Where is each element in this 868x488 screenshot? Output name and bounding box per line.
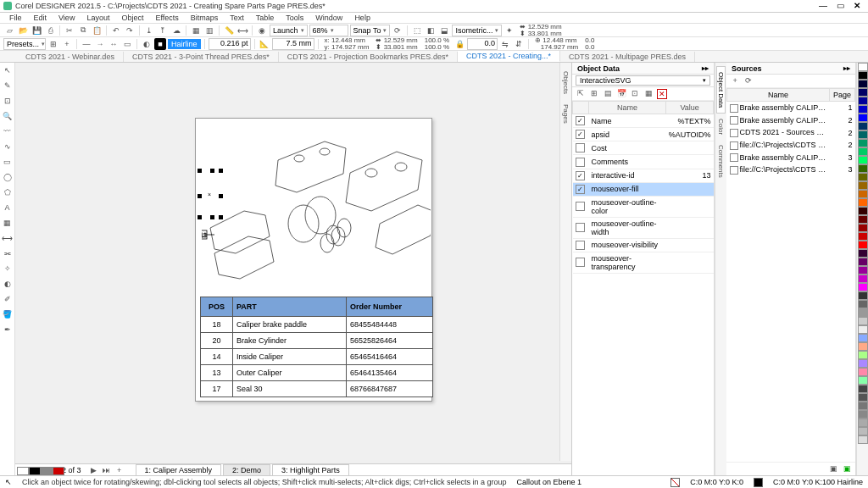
doc-tab[interactable]: CDTS 2021 - 3-Point Thread PRES.des*: [124, 52, 279, 62]
od-icon-6[interactable]: ▦: [643, 89, 654, 99]
menu-file[interactable]: File: [3, 14, 28, 22]
color-swatch[interactable]: [858, 402, 868, 410]
doc-tab[interactable]: CDTS 2021 - Webinar.des: [17, 52, 124, 62]
ellipse-tool-icon[interactable]: ◯: [2, 171, 14, 183]
measure-icon[interactable]: 📐: [259, 38, 270, 50]
src-refresh-icon[interactable]: ⟳: [743, 76, 754, 86]
menu-help[interactable]: Help: [348, 14, 376, 22]
src-add-icon[interactable]: +: [730, 76, 740, 86]
od-icon-3[interactable]: ▤: [603, 89, 613, 99]
color-swatch[interactable]: [858, 351, 868, 359]
color-swatch[interactable]: [858, 139, 868, 147]
color-swatch[interactable]: [858, 325, 868, 334]
color-swatch[interactable]: [858, 88, 868, 97]
od-icon-5[interactable]: ⊡: [630, 89, 640, 99]
page-tab[interactable]: 2: Demo: [223, 464, 270, 475]
od-icon-2[interactable]: ⊞: [589, 89, 599, 99]
od-checkbox[interactable]: [576, 130, 585, 139]
color-swatch[interactable]: [858, 147, 868, 156]
fill-swatch-icon[interactable]: [670, 478, 680, 487]
refresh-icon[interactable]: ⟳: [392, 25, 403, 36]
print-icon[interactable]: ⎙: [44, 25, 56, 36]
color-swatch[interactable]: [858, 190, 868, 198]
object-data-selector[interactable]: InteractiveSVG: [576, 75, 710, 86]
snap-dropdown[interactable]: Snap To: [350, 25, 391, 36]
od-checkbox[interactable]: [576, 241, 585, 250]
color-swatch[interactable]: [858, 198, 868, 207]
sources-table[interactable]: NamePageBrake assembly CALIPER LIST.xls1…: [726, 88, 855, 275]
object-data-table[interactable]: NameValueName%TEXT%apsid%AUTOID%CostComm…: [572, 101, 714, 475]
source-row[interactable]: Brake assembly CALIPER LIST.xls3: [727, 152, 855, 164]
axes-icon[interactable]: ✦: [504, 25, 515, 36]
color-swatch[interactable]: [858, 156, 868, 164]
last-page-icon[interactable]: ⏭: [102, 466, 112, 474]
od-row[interactable]: Cost: [573, 141, 714, 155]
crop-tool-icon[interactable]: ⊡: [2, 95, 14, 107]
presets-dropdown[interactable]: Presets...: [3, 38, 46, 50]
vtab-objects[interactable]: Objects: [562, 66, 570, 99]
connector-tool-icon[interactable]: ⫘: [2, 247, 14, 259]
od-checkbox[interactable]: [576, 116, 585, 125]
color-swatch[interactable]: [858, 274, 868, 283]
color-swatch[interactable]: [858, 241, 868, 249]
tools2-icon[interactable]: ▥: [203, 25, 215, 36]
paste-icon[interactable]: 📋: [91, 25, 103, 36]
flip-v-icon[interactable]: ⇵: [513, 38, 525, 50]
od-checkbox[interactable]: [576, 143, 585, 152]
polygon-tool-icon[interactable]: ⬠: [2, 186, 14, 198]
eyedropper-tool-icon[interactable]: ✐: [2, 293, 14, 305]
vtab-color[interactable]: Color: [717, 114, 725, 140]
color-swatch[interactable]: [858, 249, 868, 258]
page-tab[interactable]: 1: Caliper Assembly: [136, 464, 222, 475]
dim-icon[interactable]: ⟷: [236, 25, 248, 36]
maximize-button[interactable]: ▭: [832, 1, 848, 11]
pick-tool-icon[interactable]: ↖: [2, 64, 14, 76]
dimension-tool-icon[interactable]: ⟷: [2, 232, 14, 244]
selection-handles[interactable]: ×: [198, 169, 223, 219]
color-swatch[interactable]: [858, 232, 868, 241]
od-row[interactable]: Name%TEXT%: [573, 114, 714, 128]
zoom-dropdown[interactable]: 68%: [309, 25, 348, 36]
vtab-object-data[interactable]: Object Data: [716, 66, 726, 114]
od-checkbox[interactable]: [576, 158, 585, 167]
add-page2-icon[interactable]: +: [114, 466, 125, 474]
rectangle-tool-icon[interactable]: ▭: [2, 156, 14, 168]
color-swatch[interactable]: [858, 368, 868, 376]
launch-dropdown[interactable]: Launch: [270, 25, 308, 36]
canvas-viewport[interactable]: 13 × POSPARTOrder Number18Caliper brake …: [15, 63, 571, 463]
docker-menu-icon[interactable]: ▸▸: [843, 64, 850, 72]
color-swatch[interactable]: [858, 385, 868, 393]
menu-table[interactable]: Table: [250, 14, 281, 22]
color-swatch[interactable]: [858, 419, 868, 427]
curve-tool-icon[interactable]: ∿: [2, 141, 14, 152]
menu-bitmaps[interactable]: Bitmaps: [185, 14, 225, 22]
projection-dropdown[interactable]: Isometric...: [452, 25, 502, 36]
ruler-icon[interactable]: 📏: [223, 25, 235, 36]
color-swatch[interactable]: [858, 164, 868, 173]
vtab-pages[interactable]: Pages: [562, 99, 570, 129]
flip-h-icon[interactable]: ⇋: [499, 38, 511, 50]
arrow1-icon[interactable]: →: [94, 38, 106, 50]
measure-input[interactable]: 7.5 mm: [272, 38, 314, 50]
color-swatch[interactable]: [858, 224, 868, 232]
menu-effects[interactable]: Effects: [149, 14, 184, 22]
od-icon-4[interactable]: 📅: [616, 89, 626, 99]
color-swatch[interactable]: [858, 114, 868, 122]
od-row[interactable]: mouseover-outline-width: [573, 217, 714, 238]
source-row[interactable]: file://C:\Projects\CDTS 2021 - Crea...3: [727, 164, 855, 176]
recent-swatch[interactable]: [29, 467, 41, 475]
od-icon-1[interactable]: ⇱: [576, 89, 586, 99]
rect-outline-icon[interactable]: ▭: [121, 38, 133, 50]
od-row[interactable]: apsid%AUTOID%: [573, 128, 714, 141]
color-swatch[interactable]: [858, 410, 868, 419]
color-swatch[interactable]: [858, 130, 868, 139]
source-row[interactable]: file://C:\Projects\CDTS 2021 - Crea...2: [727, 139, 855, 152]
3d2-icon[interactable]: ◧: [425, 25, 437, 36]
od-row[interactable]: mouseover-fill: [573, 182, 714, 196]
cut-icon[interactable]: ✂: [64, 25, 75, 36]
redo-icon[interactable]: ↷: [124, 25, 136, 36]
color-swatch[interactable]: [858, 334, 868, 342]
open-icon[interactable]: 📂: [17, 25, 29, 36]
import-icon[interactable]: ⤓: [143, 25, 155, 36]
color-swatch[interactable]: [858, 173, 868, 181]
